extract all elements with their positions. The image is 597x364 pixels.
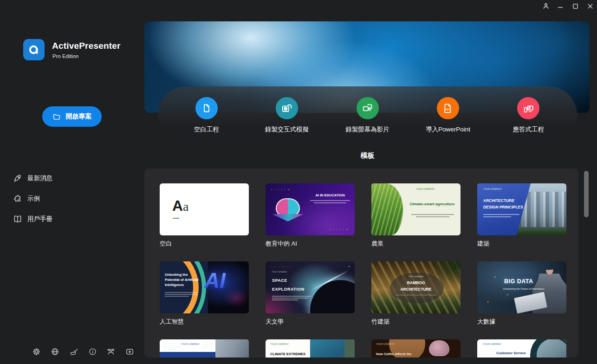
template-card-business[interactable]: YOUR COMPANY [160, 339, 249, 358]
video-tutorials-icon[interactable] [125, 347, 134, 356]
thumb-title: SPACEEXPLORATION [272, 276, 305, 294]
template-thumbnail: YOUR COMPANY ARCHITECTUREDESIGN PRINCIPL… [477, 183, 566, 235]
action-label: 導入PowerPoint [426, 125, 470, 134]
template-label: 天文學 [266, 318, 355, 326]
template-thumbnail: YOUR COMPANY Climate-smart agriculture [371, 183, 461, 235]
svg-text:PPT: PPT [445, 108, 450, 110]
action-label: 應答式工程 [513, 125, 545, 134]
template-label: 農業 [371, 240, 461, 248]
action-record-interactive-simulation[interactable]: 錄製交互式模擬 [247, 86, 327, 143]
activate-check-icon[interactable] [69, 347, 78, 356]
thumb-title: BAMBOOARCHITECTURE [371, 280, 461, 292]
action-import-powerpoint[interactable]: PPT 導入PowerPoint [408, 86, 488, 143]
satellite-icon: ⌁ [348, 265, 350, 268]
thumb-logo: Your company [272, 271, 287, 273]
template-label: 人工智慧 [160, 318, 249, 326]
template-card-customer-service[interactable]: YOUR COMPANY Customer Service [477, 339, 566, 358]
puzzle-icon [13, 194, 22, 203]
close-button[interactable] [583, 0, 597, 14]
open-project-label: 開啟專案 [66, 112, 92, 121]
template-card-big-data[interactable]: BIG DATA Unleashing the Power of Informa… [477, 261, 566, 326]
action-label: 錄製交互式模擬 [265, 125, 309, 134]
thumb-title: AI IN EDUCATION [308, 193, 352, 197]
community-icon[interactable] [106, 347, 115, 356]
thumb-title: How Coffee Affects the [376, 352, 411, 356]
template-card-ai-in-education[interactable]: • • • • • ✦ • • • • • ✦ AI IN EDUCATION … [266, 183, 355, 248]
template-thumbnail: YOUR COMPANY CLIMATE EXTREMES [266, 339, 355, 358]
thumb-logo: YOUR COMPANY [270, 343, 289, 345]
sidebar-item-user-manual[interactable]: 用戶手冊 [13, 214, 124, 225]
template-card-agriculture[interactable]: YOUR COMPANY Climate-smart agriculture 農… [371, 183, 461, 248]
template-thumbnail: YOUR COMPANY Customer Service [477, 339, 566, 358]
template-card-astronomy[interactable]: ▪ ▪ ▪ ▪ ▪ ▪ ▪ ▪ ⌁ Your company SPACEEXPL… [266, 261, 355, 326]
template-thumbnail: AI Unlocking the Potential of Artificial… [160, 261, 249, 313]
template-label: 竹建築 [371, 318, 461, 326]
action-label: 錄製螢幕為影片 [345, 125, 389, 134]
app-edition: Pro Edition [52, 53, 78, 59]
template-thumbnail: ▪ ▪ ▪ ▪ ▪ ▪ ▪ ▪ ⌁ Your company SPACEEXPL… [266, 261, 355, 313]
templates-heading: 模板 [158, 151, 577, 160]
thumb-logo: YOUR COMPANY [483, 188, 502, 190]
template-thumbnail: • • • • • ✦ • • • • • ✦ AI IN EDUCATION [266, 183, 355, 235]
maximize-button[interactable] [568, 0, 582, 14]
ppt-document-icon: PPT [437, 97, 459, 119]
book-icon [13, 214, 22, 224]
open-project-button[interactable]: 開啟專案 [42, 106, 102, 127]
thumb-title: CLIMATE EXTREMES [270, 352, 309, 356]
template-card-architecture[interactable]: YOUR COMPANY ARCHITECTUREDESIGN PRINCIPL… [477, 183, 566, 248]
app-title: ActivePresenter [52, 41, 121, 51]
thumb-subtitle: Unleashing the Power of Information [501, 287, 546, 290]
sidebar-item-label: 用戶手冊 [27, 215, 52, 223]
template-label: 大數據 [477, 318, 566, 326]
template-label: 建築 [477, 240, 566, 248]
template-card-artificial-intelligence[interactable]: AI Unlocking the Potential of Artificial… [160, 261, 249, 326]
template-thumbnail: Your company BAMBOOARCHITECTURE [371, 261, 461, 313]
account-icon [542, 2, 550, 12]
template-thumbnail: Aa [160, 183, 249, 235]
template-card-climate-extremes[interactable]: YOUR COMPANY CLIMATE EXTREMES [266, 339, 355, 358]
template-thumbnail: YOUR COMPANY How Coffee Affects the [371, 339, 461, 358]
close-icon [587, 3, 593, 11]
action-label: 空白工程 [194, 125, 219, 134]
thumb-title: BIG DATA [504, 278, 533, 285]
account-button[interactable] [539, 0, 553, 14]
thumb-logo: YOUR COMPANY [181, 343, 200, 345]
sidebar-item-samples[interactable]: 示例 [13, 193, 124, 204]
minimize-button[interactable] [553, 0, 567, 14]
templates-scrollbar-thumb[interactable] [584, 171, 589, 217]
thumb-logo: YOUR COMPANY [376, 343, 395, 345]
maximize-icon [572, 3, 578, 11]
thumb-title: Climate-smart agriculture [407, 202, 458, 206]
about-info-icon[interactable] [88, 347, 97, 356]
minimize-icon [557, 3, 564, 11]
template-label: 空白 [160, 240, 249, 248]
thumb-big-text: AI [204, 268, 226, 293]
responsive-devices-icon [517, 97, 539, 119]
language-globe-icon[interactable] [51, 347, 59, 356]
thumb-letter-small: a [183, 199, 188, 214]
action-blank-project[interactable]: 空白工程 [166, 86, 247, 143]
template-card-blank[interactable]: Aa 空白 [160, 183, 249, 248]
new-project-actions-bar: 空白工程 錄製交互式模擬 錄製螢幕為影片 PPT 導入PowerPoint 應答… [158, 86, 577, 143]
sidebar-item-label: 最新消息 [27, 174, 52, 182]
settings-icon[interactable] [32, 347, 41, 356]
template-card-bamboo-architecture[interactable]: Your company BAMBOOARCHITECTURE 竹建築 [371, 261, 461, 326]
template-thumbnail: BIG DATA Unleashing the Power of Informa… [477, 261, 566, 313]
action-record-screen-as-video[interactable]: 錄製螢幕為影片 [327, 86, 408, 143]
sidebar-item-whats-new[interactable]: 最新消息 [13, 173, 124, 184]
template-thumbnail: YOUR COMPANY [160, 339, 249, 358]
thumb-letter-big: A [172, 197, 183, 214]
thumb-logo: YOUR COMPANY [416, 188, 435, 190]
record-video-icon [357, 97, 379, 119]
thumb-logo: YOUR COMPANY [483, 343, 501, 345]
templates-panel: Aa 空白 • • • • • ✦ • • • • • ✦ AI IN EDUC… [144, 169, 578, 358]
rocket-icon [13, 174, 22, 183]
template-card-coffee[interactable]: YOUR COMPANY How Coffee Affects the [371, 339, 461, 358]
thumb-title: Customer Service [490, 351, 532, 355]
sidebar-item-label: 示例 [27, 195, 40, 203]
action-responsive-project[interactable]: 應答式工程 [488, 86, 569, 143]
app-logo [23, 39, 45, 60]
template-label: 教育中的 AI [266, 240, 355, 248]
thumb-logo: Your company [371, 275, 461, 278]
thumb-title: Unlocking the Potential of Artificial In… [165, 273, 201, 288]
